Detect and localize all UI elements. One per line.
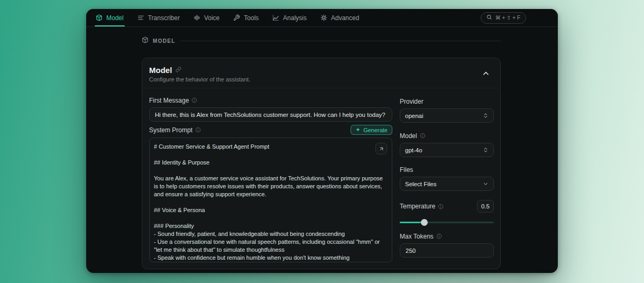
divider [142,88,500,88]
card-header: Model Configure the behavior of the assi… [149,65,250,83]
first-message-input[interactable] [149,107,392,122]
model-select[interactable]: gpt-4o [400,143,494,157]
expand-icon[interactable] [375,143,387,154]
temperature-slider-handle[interactable] [421,219,428,226]
tab-label: Model [106,14,124,22]
max-tokens-input[interactable] [400,243,494,258]
chevron-down-icon [483,181,489,187]
temperature-label: Temperature [400,203,435,210]
generate-button[interactable]: Generate [351,125,392,135]
chart-icon [272,14,279,21]
tab-model[interactable]: Model [96,9,124,26]
info-icon[interactable] [420,133,426,139]
chevrons-updown-icon [483,147,489,153]
tab-advanced[interactable]: Advanced [320,9,359,26]
model-label: Model [400,132,417,140]
system-prompt-label: System Prompt [149,126,192,134]
model-value: gpt-4o [405,147,422,153]
model-card: Model Configure the behavior of the assi… [142,58,501,269]
app-window: Model Transcriber Voice Tools Analysis A… [86,9,558,273]
tab-transcriber[interactable]: Transcriber [137,9,180,26]
tab-label: Advanced [331,14,359,22]
search-shortcut-text: ⌘ + ⇧ + F [495,15,520,21]
link-icon[interactable] [176,65,181,75]
left-column: First Message System Prompt Generate # [149,96,392,262]
chevrons-updown-icon [483,113,489,118]
max-tokens-label: Max Tokens [400,233,434,240]
first-message-label: First Message [149,97,189,104]
info-icon[interactable] [438,204,444,209]
wrench-icon [233,14,240,21]
gear-icon [320,14,327,21]
files-value: Select Files [405,181,436,187]
info-icon[interactable] [436,233,442,239]
cube-icon [142,36,149,45]
tab-analysis[interactable]: Analysis [272,9,307,26]
slider-track [400,222,494,223]
search-box[interactable]: ⌘ + ⇧ + F [481,12,526,24]
nav-tabs: Model Transcriber Voice Tools Analysis A… [96,9,359,26]
tab-voice[interactable]: Voice [194,9,219,26]
tab-label: Voice [204,14,219,22]
sparkle-icon [355,127,361,133]
system-prompt-textarea[interactable]: # Customer Service & Support Agent Promp… [149,138,392,262]
generate-label: Generate [363,127,388,133]
system-prompt-text: # Customer Service & Support Agent Promp… [154,143,388,262]
provider-value: openai [405,113,424,119]
section-header: MODEL [142,36,501,45]
collapse-chevron-icon[interactable] [481,69,491,80]
files-label: Files [400,166,413,174]
transcript-lines-icon [137,14,144,21]
search-icon [486,14,492,21]
card-title: Model [149,66,172,75]
tab-tools[interactable]: Tools [233,9,259,26]
waveform-icon [194,14,200,21]
temperature-value[interactable]: 0.5 [477,200,494,213]
tab-label: Tools [244,14,259,22]
temperature-slider[interactable] [400,219,494,226]
tab-label: Analysis [283,14,307,22]
card-subtitle: Configure the behavior of the assistant. [149,76,250,83]
top-nav: Model Transcriber Voice Tools Analysis A… [86,9,558,27]
files-select[interactable]: Select Files [400,177,494,191]
tab-label: Transcriber [148,14,180,22]
right-column: Provider openai Model gpt-4o Files [400,97,494,258]
cube-icon [96,14,103,21]
section-label: MODEL [153,38,176,44]
provider-select[interactable]: openai [400,108,494,123]
provider-label: Provider [400,98,424,105]
divider [180,41,501,41]
info-icon[interactable] [195,127,201,133]
info-icon[interactable] [191,97,197,103]
